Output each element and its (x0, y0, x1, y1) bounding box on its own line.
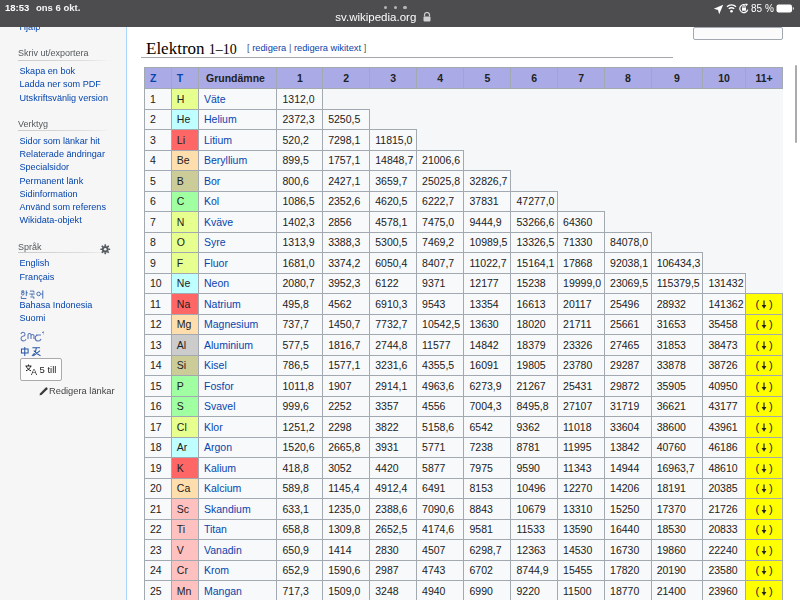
svg-text:A: A (31, 367, 37, 376)
